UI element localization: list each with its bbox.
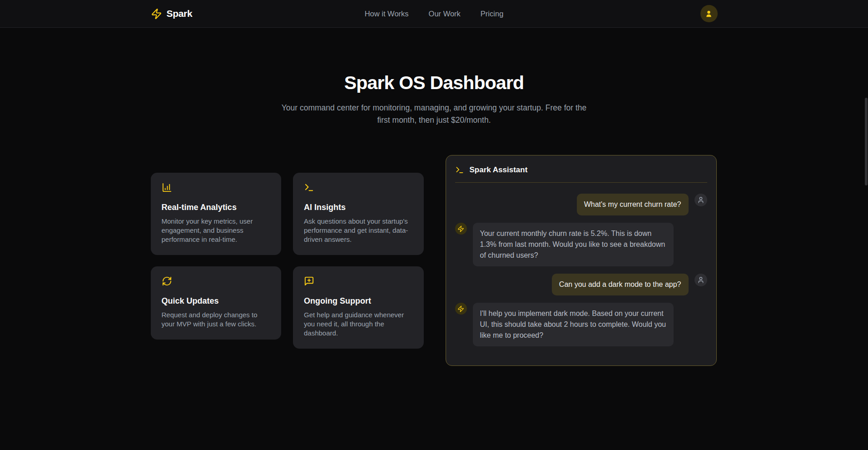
user-icon (704, 10, 713, 18)
account-avatar-button[interactable] (700, 5, 718, 22)
brand-name: Spark (167, 8, 193, 19)
assistant-message-bubble: I'll help you implement dark mode. Based… (473, 303, 674, 346)
brand-logo[interactable]: Spark (151, 8, 193, 20)
terminal-icon (304, 182, 314, 193)
bar-chart-icon (162, 182, 172, 193)
user-icon (697, 276, 704, 284)
chat-message-assistant: Your current monthly churn rate is 5.2%.… (455, 223, 707, 266)
feature-card-realtime-analytics: Real-time Analytics Monitor your key met… (151, 173, 282, 255)
feature-card-title: Quick Updates (162, 296, 271, 306)
feature-card-description: Request and deploy changes to your MVP w… (162, 310, 271, 329)
nav-link-our-work[interactable]: Our Work (429, 10, 461, 18)
feature-card-title: Ongoing Support (304, 296, 413, 306)
user-message-bubble: Can you add a dark mode to the app? (552, 274, 689, 295)
zap-icon (457, 225, 464, 232)
page-title: Spark OS Dashboard (0, 72, 868, 94)
feature-card-ongoing-support: Ongoing Support Get help and guidance wh… (293, 266, 424, 349)
zap-icon (457, 305, 464, 312)
feature-card-title: AI Insights (304, 203, 413, 212)
main-content: Real-time Analytics Monitor your key met… (151, 155, 718, 366)
feature-card-description: Get help and guidance whenever you need … (304, 310, 413, 338)
feature-card-quick-updates: Quick Updates Request and deploy changes… (151, 266, 282, 340)
hero-section: Spark OS Dashboard Your command center f… (0, 28, 868, 126)
assistant-panel-title: Spark Assistant (470, 165, 528, 175)
main-nav: How it Works Our Work Pricing (365, 10, 504, 18)
feature-card-description: Ask questions about your startup's perfo… (304, 217, 413, 244)
nav-link-how-it-works[interactable]: How it Works (365, 10, 409, 18)
page-scrollbar-thumb[interactable] (865, 98, 868, 185)
feature-card-description: Monitor your key metrics, user engagemen… (162, 217, 271, 244)
zap-icon (151, 8, 162, 20)
assistant-avatar (455, 223, 467, 235)
user-avatar (694, 194, 707, 206)
feature-card-ai-insights: AI Insights Ask questions about your sta… (293, 173, 424, 255)
user-message-bubble: What's my current churn rate? (577, 194, 689, 215)
nav-link-pricing[interactable]: Pricing (481, 10, 503, 18)
chat-message-user: Can you add a dark mode to the app? (455, 274, 707, 295)
chat-message-assistant: I'll help you implement dark mode. Based… (455, 303, 707, 346)
message-square-plus-icon (304, 276, 314, 286)
page-subtitle: Your command center for monitoring, mana… (275, 102, 593, 126)
assistant-message-bubble: Your current monthly churn rate is 5.2%.… (473, 223, 674, 266)
user-icon (697, 196, 704, 204)
refresh-icon (162, 276, 172, 286)
top-navbar: Spark How it Works Our Work Pricing (0, 0, 868, 28)
assistant-panel-header: Spark Assistant (446, 155, 716, 182)
user-avatar (694, 274, 707, 286)
chat-message-list: What's my current churn rate? Your curre… (446, 183, 716, 357)
feature-card-grid: Real-time Analytics Monitor your key met… (151, 173, 424, 349)
chat-message-user: What's my current churn rate? (455, 194, 707, 215)
terminal-icon (455, 165, 464, 175)
spark-assistant-panel: Spark Assistant What's my current churn … (446, 155, 717, 366)
feature-card-title: Real-time Analytics (162, 203, 271, 212)
assistant-avatar (455, 303, 467, 315)
